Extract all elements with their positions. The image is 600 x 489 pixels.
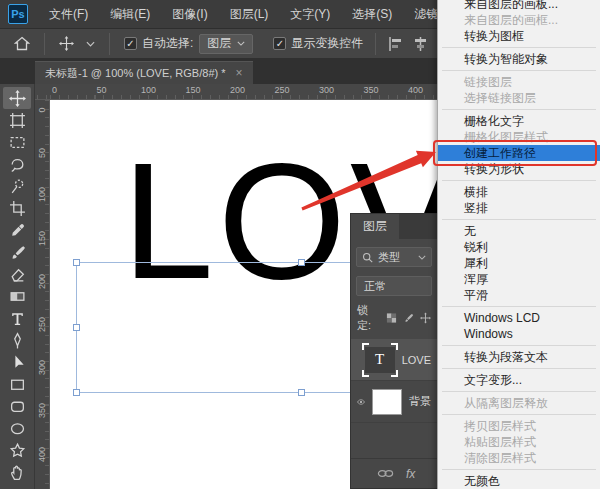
context-menu-item[interactable]: Windows bbox=[438, 326, 600, 342]
menubar-item[interactable]: 编辑(E) bbox=[99, 0, 161, 28]
auto-select-checkbox[interactable]: ✓ bbox=[124, 37, 137, 50]
context-menu-item[interactable]: 转换为段落文本 bbox=[438, 349, 600, 365]
type-tool[interactable] bbox=[3, 307, 31, 329]
menu-separator bbox=[438, 303, 600, 310]
marquee-tool[interactable] bbox=[3, 131, 31, 153]
background-layer-thumbnail[interactable] bbox=[372, 388, 402, 416]
layer-row-text[interactable]: T LOVE bbox=[351, 339, 437, 381]
menubar-item[interactable]: 文字(Y) bbox=[279, 0, 341, 28]
transform-handle[interactable] bbox=[298, 389, 305, 396]
close-tab-icon[interactable]: × bbox=[236, 66, 243, 80]
menubar-item[interactable]: 文件(F) bbox=[38, 0, 99, 28]
menubar-item[interactable]: 图层(L) bbox=[219, 0, 280, 28]
context-menu-item[interactable]: 犀利 bbox=[438, 255, 600, 271]
home-icon[interactable] bbox=[8, 36, 36, 51]
context-menu-item[interactable]: 无颜色 bbox=[438, 473, 600, 489]
transform-handle[interactable] bbox=[73, 389, 80, 396]
ellipse-tool-icon bbox=[9, 420, 26, 437]
context-menu-item: 拷贝图层样式 bbox=[438, 418, 600, 434]
context-menu-item[interactable]: 创建工作路径 bbox=[438, 145, 600, 161]
document-tab[interactable]: 未标题-1 @ 100% (LOVE, RGB/8#) * × bbox=[35, 61, 253, 84]
menu-separator bbox=[438, 216, 600, 223]
transform-handle[interactable] bbox=[73, 259, 80, 266]
lock-row: 锁定: bbox=[351, 303, 437, 333]
artboard-tool-icon bbox=[9, 112, 26, 129]
gradient-tool[interactable] bbox=[3, 285, 31, 307]
hand-tool-icon bbox=[9, 464, 26, 481]
context-menu-item[interactable]: 转换为形状 bbox=[438, 161, 600, 177]
align-left-edges-icon[interactable] bbox=[388, 37, 403, 51]
layer-filter-value: 类型 bbox=[378, 250, 413, 265]
context-menu-item[interactable]: 无 bbox=[438, 223, 600, 239]
show-transform-checkbox[interactable]: ✓ bbox=[273, 37, 286, 50]
transform-handle[interactable] bbox=[73, 324, 80, 331]
context-menu-item[interactable]: 平滑 bbox=[438, 287, 600, 303]
text-layer-thumbnail[interactable]: T bbox=[365, 346, 395, 374]
context-menu-item[interactable]: Windows LCD bbox=[438, 310, 600, 326]
layer-effects-icon[interactable]: fx bbox=[406, 467, 415, 481]
context-menu-item[interactable]: 锐利 bbox=[438, 239, 600, 255]
ruler-tick-label: 50 bbox=[97, 85, 107, 95]
transform-handle[interactable] bbox=[298, 259, 305, 266]
move-tool-icon[interactable] bbox=[53, 36, 80, 51]
blend-mode-value: 正常 bbox=[364, 279, 386, 294]
context-menu-item[interactable]: 竖排 bbox=[438, 200, 600, 216]
document-title: 未标题-1 @ 100% (LOVE, RGB/8#) * bbox=[45, 66, 226, 81]
pen-tool[interactable] bbox=[3, 329, 31, 351]
menu-separator bbox=[438, 106, 600, 113]
quick-selection-tool[interactable] bbox=[3, 175, 31, 197]
tab-layers[interactable]: 图层 bbox=[351, 214, 399, 239]
menubar-item[interactable]: 选择(S) bbox=[341, 0, 403, 28]
lock-position-icon[interactable] bbox=[420, 312, 431, 324]
artboard-tool[interactable] bbox=[3, 109, 31, 131]
context-menu-item: 链接图层 bbox=[438, 74, 600, 90]
menubar-item[interactable]: 图像(I) bbox=[161, 0, 218, 28]
eraser-tool[interactable] bbox=[3, 263, 31, 285]
marquee-tool-icon bbox=[9, 134, 26, 151]
ruler-tick-label: 300 bbox=[37, 363, 47, 375]
context-menu-item[interactable]: 文字变形... bbox=[438, 372, 600, 388]
context-menu-item[interactable]: 横排 bbox=[438, 184, 600, 200]
rounded-rectangle-tool[interactable] bbox=[3, 395, 31, 417]
menu-separator bbox=[438, 388, 600, 395]
layer-row-background[interactable]: 背景 bbox=[351, 381, 437, 423]
ruler-tick-label: 150 bbox=[186, 85, 201, 95]
context-menu-item[interactable]: 来自图层的画板... bbox=[438, 0, 600, 12]
menu-separator bbox=[438, 67, 600, 74]
lock-transparency-icon[interactable] bbox=[386, 312, 397, 324]
ruler-tick-label: 200 bbox=[37, 277, 47, 289]
lock-label: 锁定: bbox=[357, 303, 380, 333]
chevron-down-icon[interactable] bbox=[80, 41, 101, 47]
ellipse-tool[interactable] bbox=[3, 417, 31, 439]
context-menu: 来自图层的画板...来自图层的画框...转换为图框转换为智能对象链接图层选择链接… bbox=[437, 0, 600, 489]
path-selection-tool-icon bbox=[9, 354, 26, 371]
auto-select-label: 自动选择: bbox=[142, 35, 193, 52]
align-horizontal-centers-icon[interactable] bbox=[413, 37, 428, 51]
context-menu-item[interactable]: 转换为图框 bbox=[438, 28, 600, 44]
context-menu-item[interactable]: 浑厚 bbox=[438, 271, 600, 287]
eraser-tool-icon bbox=[9, 266, 26, 283]
path-selection-tool[interactable] bbox=[3, 351, 31, 373]
crop-tool[interactable] bbox=[3, 197, 31, 219]
show-transform-label: 显示变换控件 bbox=[291, 35, 363, 52]
lasso-tool[interactable] bbox=[3, 153, 31, 175]
ruler-tick-label: 350 bbox=[364, 85, 379, 95]
brush-tool[interactable] bbox=[3, 241, 31, 263]
custom-shape-tool[interactable] bbox=[3, 439, 31, 461]
link-layers-icon[interactable] bbox=[377, 469, 394, 478]
eyedropper-tool-icon bbox=[9, 222, 26, 239]
hand-tool[interactable] bbox=[3, 461, 31, 483]
rectangle-tool[interactable] bbox=[3, 373, 31, 395]
vertical-ruler: 050100150200250300350400 bbox=[35, 100, 50, 489]
visibility-eye-icon[interactable] bbox=[357, 397, 365, 407]
blend-mode-dropdown[interactable]: 正常 bbox=[356, 276, 432, 296]
visibility-eye-icon[interactable] bbox=[357, 355, 358, 365]
move-tool[interactable] bbox=[3, 87, 31, 109]
lock-pixels-icon[interactable] bbox=[403, 312, 414, 324]
auto-select-dropdown[interactable]: 图层 bbox=[199, 34, 253, 54]
context-menu-item[interactable]: 栅格化文字 bbox=[438, 113, 600, 129]
menu-separator bbox=[438, 466, 600, 473]
context-menu-item[interactable]: 转换为智能对象 bbox=[438, 51, 600, 67]
eyedropper-tool[interactable] bbox=[3, 219, 31, 241]
layer-filter-dropdown[interactable]: 类型 bbox=[356, 247, 432, 267]
